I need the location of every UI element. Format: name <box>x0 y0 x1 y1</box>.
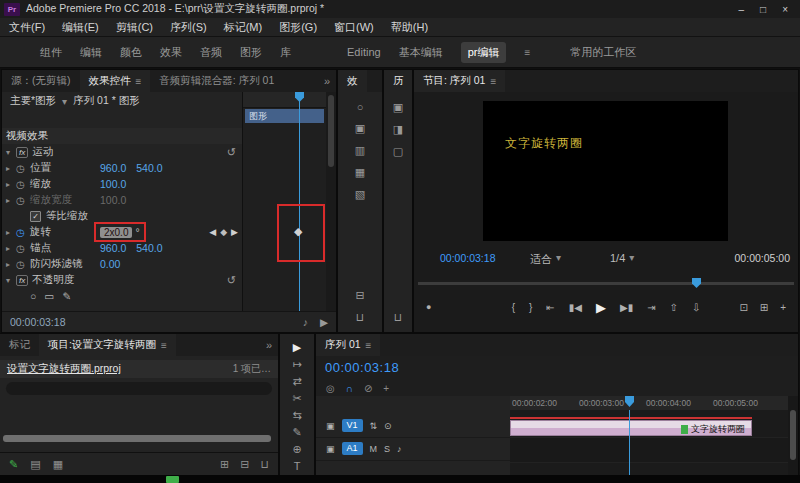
horizontal-scrollbar[interactable] <box>3 435 271 442</box>
fx-badge-icon[interactable]: fx <box>16 275 28 286</box>
trash-icon[interactable]: ⊔ <box>260 458 269 471</box>
panel-menu-icon[interactable]: ≡ <box>136 76 142 87</box>
project-search-input[interactable] <box>6 382 272 395</box>
scrollbar-thumb[interactable] <box>790 410 796 460</box>
pen-mask-icon[interactable]: ✎ <box>62 290 71 302</box>
video-track-target-button[interactable]: V1 <box>342 419 363 432</box>
reset-opacity-icon[interactable]: ↺ <box>227 274 236 287</box>
delete-custom-item-icon[interactable]: ⊔ <box>356 311 365 324</box>
clip-master-label[interactable]: 主要*图形 <box>10 94 56 108</box>
timeline-playhead-handle[interactable] <box>625 396 634 407</box>
ripple-edit-tool[interactable]: ⇄ <box>292 375 301 388</box>
export-frame-button[interactable]: ⊡ <box>739 302 747 313</box>
project-file-row[interactable]: 设置文字旋转两圈.prproj 1 项已… <box>0 360 278 378</box>
anchor-stopwatch-icon[interactable]: ◷ <box>16 243 30 254</box>
previous-keyframe-button[interactable]: ◀ <box>209 227 216 237</box>
workspace-effects[interactable]: 效果 <box>160 45 182 60</box>
rotation-keyframe-diamond[interactable]: ◆ <box>294 225 302 237</box>
mark-in-button[interactable]: { <box>512 302 515 313</box>
tab-overflow-icon[interactable]: » <box>266 339 278 351</box>
new-bin-icon[interactable]: ⊞ <box>220 458 229 471</box>
razor-tool[interactable]: ✂ <box>292 392 301 405</box>
linked-selection-icon[interactable]: ⊘ <box>364 383 372 394</box>
panel-menu-icon[interactable]: ≡ <box>161 340 167 351</box>
add-marker-icon[interactable]: + <box>383 383 389 394</box>
twirl-closed-icon[interactable]: ▸ <box>6 164 16 173</box>
hand-tool[interactable]: ⊕ <box>292 443 301 456</box>
scale-row[interactable]: ▸ ◷ 缩放 100.0 <box>2 176 242 192</box>
voiceover-mic-icon[interactable]: ♪ <box>397 444 402 454</box>
video-effects-bin-icon[interactable]: ▦ <box>355 166 365 179</box>
menu-markers[interactable]: 标记(M) <box>224 20 263 35</box>
rotation-value[interactable]: 2x0.0 <box>100 227 132 238</box>
extract-button[interactable]: ⇩ <box>692 302 700 313</box>
antiflicker-stopwatch-icon[interactable]: ◷ <box>16 259 30 270</box>
audio-track-target-button[interactable]: A1 <box>342 442 363 455</box>
program-scrubber[interactable] <box>418 278 794 288</box>
workspace-graphics[interactable]: 图形 <box>240 45 262 60</box>
rotation-stopwatch-icon[interactable]: ◷ <box>16 227 30 238</box>
lift-button[interactable]: ⇧ <box>670 302 678 313</box>
zoom-level-dropdown[interactable]: 适合 ▾ <box>530 252 561 267</box>
track-lock-icon[interactable]: ▣ <box>326 421 335 431</box>
tab-source-monitor[interactable]: 源：(无剪辑) <box>2 70 80 92</box>
timeline-settings-icon[interactable]: ◎ <box>326 383 335 394</box>
workspace-libraries[interactable]: 库 <box>280 45 291 60</box>
solo-button[interactable]: S <box>384 444 390 454</box>
pen-tool[interactable]: ✎ <box>292 426 301 439</box>
tab-effect-controls[interactable]: 效果控件 ≡ <box>80 70 151 92</box>
tab-overflow-icon[interactable]: » <box>324 75 336 87</box>
history-step-icon[interactable]: ◨ <box>393 123 403 136</box>
menu-window[interactable]: 窗口(W) <box>334 20 374 35</box>
program-timecode[interactable]: 00:00:03:18 <box>440 252 495 264</box>
workspace-editing-cn[interactable]: 编辑 <box>80 45 102 60</box>
type-tool[interactable]: T <box>294 460 301 472</box>
history-delete-icon[interactable]: ⊔ <box>394 311 403 324</box>
workspace-editing[interactable]: Editing <box>347 46 381 58</box>
audio-track-lane[interactable] <box>510 437 788 463</box>
go-to-in-button[interactable]: ⇤ <box>546 302 554 313</box>
new-custom-bin-icon[interactable]: ⊟ <box>355 289 364 302</box>
panel-menu-icon[interactable]: ≡ <box>490 76 496 87</box>
tab-audio-mixer[interactable]: 音频剪辑混合器: 序列 01 <box>150 70 283 92</box>
opacity-effect-row[interactable]: ▾ fx 不透明度 ↺ <box>2 272 242 288</box>
step-back-button[interactable]: ▮◀ <box>569 302 582 313</box>
go-to-out-button[interactable]: ⇥ <box>647 302 655 313</box>
scale-stopwatch-icon[interactable]: ◷ <box>16 179 30 190</box>
antiflicker-row[interactable]: ▸ ◷ 防闪烁滤镜 0.00 <box>2 256 242 272</box>
workspace-audio[interactable]: 音频 <box>200 45 222 60</box>
effect-timeline-ruler[interactable] <box>243 92 326 108</box>
search-icon[interactable]: ○ <box>357 101 364 113</box>
position-y-value[interactable]: 540.0 <box>136 162 162 174</box>
position-x-value[interactable]: 960.0 <box>100 162 126 174</box>
position-stopwatch-icon[interactable]: ◷ <box>16 163 30 174</box>
taskbar-peek-icon[interactable] <box>166 476 179 483</box>
scrollbar-thumb[interactable] <box>328 95 334 167</box>
list-view-icon[interactable]: ▤ <box>30 458 40 471</box>
next-keyframe-button[interactable]: ▶ <box>231 227 238 237</box>
step-forward-button[interactable]: ▶▮ <box>620 302 633 313</box>
close-button[interactable]: × <box>782 4 788 15</box>
uniform-scale-checkbox[interactable]: ✓ <box>30 211 41 222</box>
antiflicker-value[interactable]: 0.00 <box>100 258 120 270</box>
workspace-pr-edit-active[interactable]: pr编辑 <box>461 42 507 63</box>
scrubber-track[interactable] <box>418 282 794 285</box>
effect-controls-scrollbar[interactable] <box>326 92 336 312</box>
menu-edit[interactable]: 编辑(E) <box>62 20 99 35</box>
motion-effect-row[interactable]: ▾ fx 运动 ↺ <box>2 144 242 160</box>
graphics-clip[interactable]: 文字旋转两圈 <box>510 420 752 436</box>
project-writable-icon[interactable]: ✎ <box>9 458 18 471</box>
timeline-ruler[interactable]: 00:00:02:00 00:00:03:00 00:00:04:00 00:0… <box>510 396 788 411</box>
position-row[interactable]: ▸ ◷ 位置 960.0 540.0 <box>2 160 242 176</box>
anchor-y-value[interactable]: 540.0 <box>136 242 162 254</box>
twirl-closed-icon[interactable]: ▸ <box>6 228 16 237</box>
ellipse-mask-icon[interactable]: ○ <box>30 290 36 302</box>
mark-out-button[interactable]: } <box>529 302 532 313</box>
anchor-row[interactable]: ▸ ◷ 锚点 960.0 540.0 <box>2 240 242 256</box>
new-item-icon[interactable]: ⊟ <box>240 458 249 471</box>
scrubber-playhead[interactable] <box>692 278 701 288</box>
workspace-menu-icon[interactable]: ≡ <box>524 47 530 58</box>
timeline-playhead[interactable] <box>629 410 630 475</box>
history-step-icon[interactable]: ▣ <box>393 101 403 114</box>
workspace-common-label[interactable]: 常用的工作区 <box>570 45 636 60</box>
